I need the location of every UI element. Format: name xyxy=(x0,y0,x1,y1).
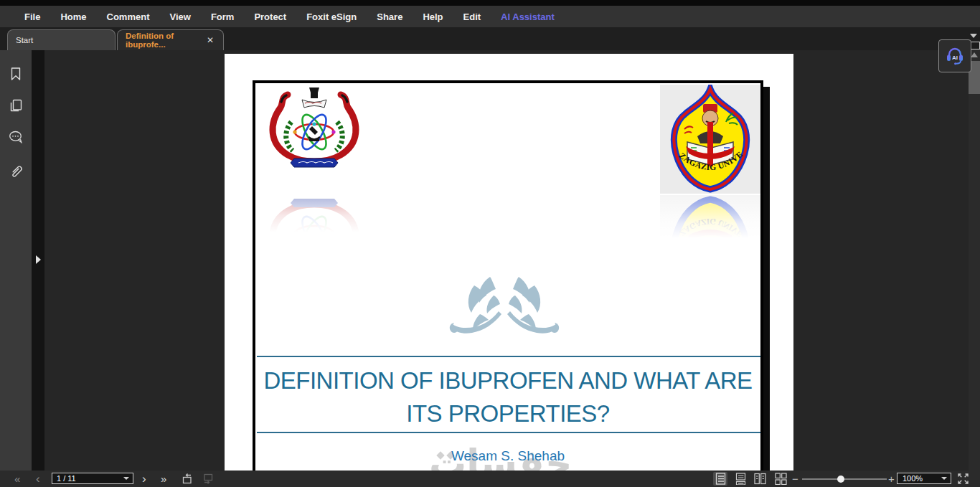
title-rule-top xyxy=(257,356,760,357)
slide-title-line1: DEFINITION OF IBUPROFEN AND WHAT ARE xyxy=(255,364,760,397)
status-bar: « ‹ 1 / 11 › » xyxy=(0,471,980,487)
menu-item-share[interactable]: Share xyxy=(367,11,413,22)
zoom-out-button[interactable]: − xyxy=(792,471,798,487)
tab-close-icon[interactable]: ✕ xyxy=(205,35,215,45)
zoom-slider-thumb[interactable] xyxy=(837,476,844,483)
zoom-in-button[interactable]: + xyxy=(888,471,895,487)
pdf-page: ZAGAZIG UNIVERSITY ZAGAZIG UNIVERSITY xyxy=(225,54,793,471)
vertical-scrollbar[interactable] xyxy=(969,42,980,471)
page-thumbnails-icon[interactable] xyxy=(8,98,24,113)
svg-text:AI: AI xyxy=(952,55,958,61)
zoom-slider-track[interactable] xyxy=(802,478,887,480)
window-top-strip xyxy=(0,0,980,6)
zagazig-university-logo-image: ZAGAZIG UNIVERSITY xyxy=(660,85,760,194)
next-view-button[interactable] xyxy=(202,473,215,485)
sidebar-gutter xyxy=(32,50,44,471)
floral-ornament xyxy=(448,274,560,339)
panel-expand-handle-icon[interactable] xyxy=(36,255,41,264)
tab-document-label: Definition of ibuprofe... xyxy=(126,32,205,49)
fullscreen-button[interactable] xyxy=(957,473,969,485)
menu-item-edit[interactable]: Edit xyxy=(453,11,491,22)
next-page-button[interactable]: › xyxy=(142,471,146,487)
menu-bar: File Home Comment View Form Protect Foxi… xyxy=(0,6,980,27)
previous-page-button[interactable]: ‹ xyxy=(36,471,40,487)
zoom-level-input[interactable]: 100% xyxy=(897,473,951,484)
facing-view-button[interactable] xyxy=(753,472,767,486)
scroll-up-arrow-icon[interactable] xyxy=(971,52,978,57)
menu-item-foxit-esign[interactable]: Foxit eSign xyxy=(296,11,367,22)
tab-document[interactable]: Definition of ibuprofe... ✕ xyxy=(117,29,224,50)
faculty-of-science-logo-image xyxy=(260,86,368,182)
floral-flourish-right-icon xyxy=(504,274,560,339)
tab-start[interactable]: Start xyxy=(7,29,116,50)
zoom-dropdown-icon[interactable] xyxy=(941,477,947,480)
menu-item-help[interactable]: Help xyxy=(413,11,453,22)
menu-item-ai-assistant[interactable]: AI Assistant xyxy=(491,11,565,22)
menu-item-view[interactable]: View xyxy=(159,11,200,22)
menu-item-protect[interactable]: Protect xyxy=(244,11,296,22)
comments-icon[interactable] xyxy=(8,129,24,145)
svg-text:ZAGAZIG UNIVERSITY: ZAGAZIG UNIVERSITY xyxy=(660,217,745,238)
slide-author: Wesam S. Shehab xyxy=(255,448,760,464)
zoom-level-value: 100% xyxy=(903,474,923,483)
faculty-logo-reflection xyxy=(260,184,368,232)
ai-headset-icon: AI xyxy=(943,44,966,67)
menu-item-file[interactable]: File xyxy=(14,11,50,22)
attachments-icon[interactable] xyxy=(8,163,24,179)
page-number-input[interactable]: 1 / 11 xyxy=(52,473,133,484)
navigation-sidebar xyxy=(0,50,32,471)
menu-item-form[interactable]: Form xyxy=(201,11,245,22)
continuous-view-button[interactable] xyxy=(733,472,748,486)
bookmarks-icon[interactable] xyxy=(8,66,24,82)
last-page-button[interactable]: » xyxy=(161,471,166,487)
zagazig-logo-reflection: ZAGAZIG UNIVERSITY xyxy=(660,195,760,238)
document-view[interactable]: ZAGAZIG UNIVERSITY ZAGAZIG UNIVERSITY xyxy=(44,50,969,471)
menu-item-comment[interactable]: Comment xyxy=(97,11,160,22)
toolbar-expand-arrow-icon[interactable] xyxy=(970,34,977,38)
previous-view-button[interactable] xyxy=(181,473,194,485)
title-rule-bottom xyxy=(257,432,760,433)
facing-continuous-view-button[interactable] xyxy=(773,472,788,486)
ai-assistant-button[interactable]: AI xyxy=(938,39,971,72)
menu-item-home[interactable]: Home xyxy=(50,11,96,22)
page-number-value: 1 / 11 xyxy=(57,474,76,483)
tab-start-label: Start xyxy=(16,36,33,44)
floral-flourish-left-icon xyxy=(448,274,504,339)
page-dropdown-icon[interactable] xyxy=(123,477,129,480)
slide-title-line2: ITS PROPERTIES? xyxy=(255,397,760,430)
foxit-reader-window: File Home Comment View Form Protect Foxi… xyxy=(0,0,980,487)
slide-frame: ZAGAZIG UNIVERSITY ZAGAZIG UNIVERSITY xyxy=(253,80,763,471)
tab-bar: Start Definition of ibuprofe... ✕ xyxy=(0,27,980,50)
single-page-view-button[interactable] xyxy=(713,472,727,486)
first-page-button[interactable]: « xyxy=(14,471,20,487)
